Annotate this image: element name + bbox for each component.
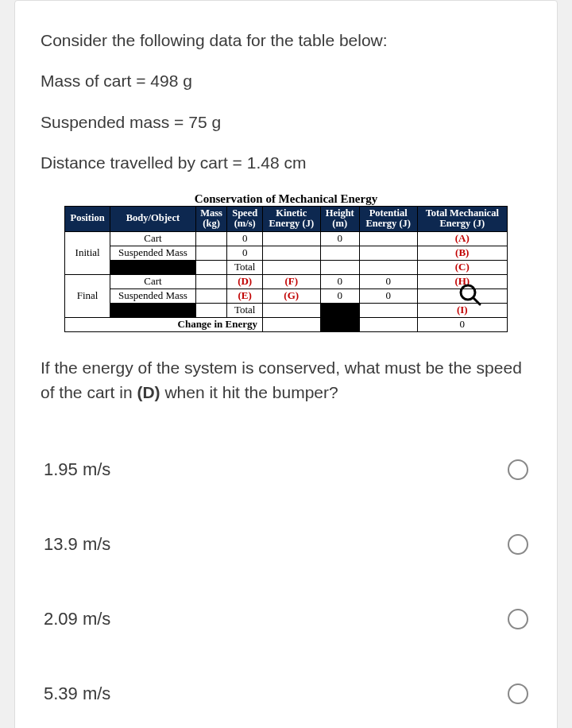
magnifier-icon[interactable] [458,283,482,310]
th-kinetic: KineticEnergy (J) [262,206,320,232]
table-row: Change in Energy 0 [65,318,508,332]
table-row: Total (I) [65,304,508,318]
cell-B: (B) [417,246,507,261]
option-label: 1.95 m/s [44,459,110,480]
intro-line-4: Distance travelled by cart = 1.48 cm [41,151,531,174]
cell-black [320,318,359,332]
question-bold: (D) [137,383,160,401]
radio-icon[interactable] [508,534,528,555]
cell-F: (F) [262,275,320,289]
th-position: Position [65,206,110,232]
cell-E: (E) [227,289,263,304]
radio-icon[interactable] [508,609,528,629]
cell-D: (D) [227,275,263,289]
question-card: Consider the following data for the tabl… [14,0,558,728]
table-row: Final Cart (D) (F) 0 0 (H) [65,275,508,289]
cell-black [320,304,359,318]
th-mass: Mass(kg) [195,206,227,232]
question-text: If the energy of the system is conserved… [41,356,531,405]
table-row: Suspended Mass (E) (G) 0 0 [65,289,508,304]
intro-line-3: Suspended mass = 75 g [41,110,531,134]
table-row: Total (C) [65,261,508,275]
th-speed: Speed(m/s) [227,206,263,232]
cell-zero: 0 [320,232,359,246]
cell-zero: 0 [359,289,417,304]
cell-cart: Cart [110,275,195,289]
cell-zero: 0 [227,246,263,261]
option-label: 2.09 m/s [44,609,110,629]
cell-susp: Suspended Mass [110,289,195,304]
cell-C: (C) [417,261,507,275]
cell-initial: Initial [65,232,110,275]
cell-zero: 0 [359,275,417,289]
cell-total: Total [227,261,263,275]
table-row: Initial Cart 0 0 (A) [65,232,508,246]
th-total: Total MechanicalEnergy (J) [417,206,507,232]
cell-zero: 0 [417,318,507,332]
cell-final: Final [65,275,110,318]
cell-change: Change in Energy [65,318,263,332]
option-label: 13.9 m/s [44,534,110,555]
radio-icon[interactable] [508,683,528,704]
cell-zero: 0 [320,289,359,304]
data-table-wrap: Conservation of Mechanical Energy Positi… [64,192,508,333]
cell-cart: Cart [110,232,195,246]
cell-zero: 0 [227,232,263,246]
option-b[interactable]: 13.9 m/s [41,523,531,566]
cell-zero: 0 [320,275,359,289]
option-label: 5.39 m/s [44,683,110,704]
energy-table: Position Body/Object Mass(kg) Speed(m/s)… [64,206,508,333]
cell-total: Total [227,304,263,318]
th-potential: PotentialEnergy (J) [359,206,417,232]
svg-line-1 [473,298,480,304]
cell-G: (G) [262,289,320,304]
th-height: Height(m) [320,206,359,232]
radio-icon[interactable] [508,459,528,480]
intro-text: Consider the following data for the tabl… [41,29,531,175]
option-d[interactable]: 5.39 m/s [41,672,531,715]
table-title: Conservation of Mechanical Energy [64,192,508,206]
options-list: 1.95 m/s 13.9 m/s 2.09 m/s 5.39 m/s [41,448,531,715]
option-c[interactable]: 2.09 m/s [41,598,531,641]
cell-A: (A) [417,232,507,246]
intro-line-1: Consider the following data for the tabl… [41,29,531,52]
th-body: Body/Object [110,206,195,232]
cell-black [110,304,195,318]
table-row: Suspended Mass 0 (B) [65,246,508,261]
cell-susp: Suspended Mass [110,246,195,261]
intro-line-2: Mass of cart = 498 g [41,69,531,92]
option-a[interactable]: 1.95 m/s [41,448,531,491]
cell-black [110,261,195,275]
question-part2: when it hit the bumper? [160,383,338,401]
